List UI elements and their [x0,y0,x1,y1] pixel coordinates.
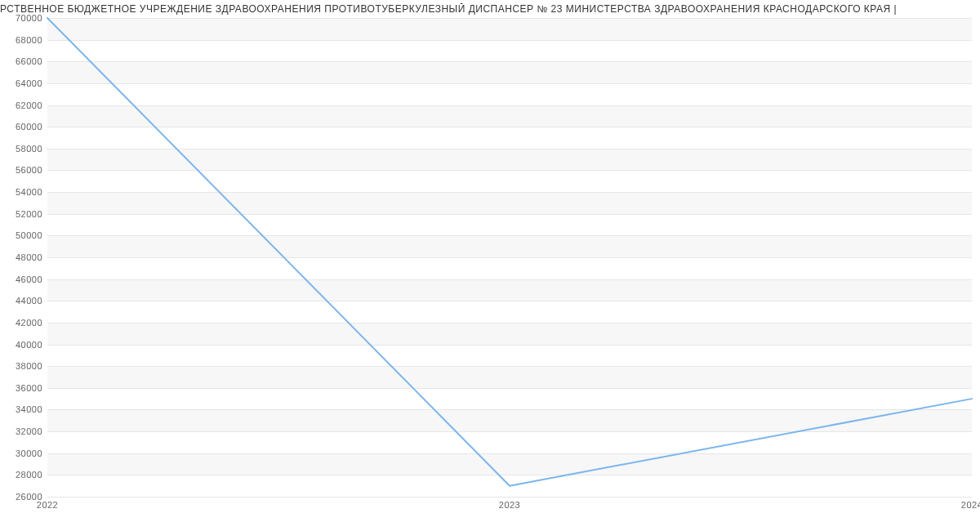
y-tick-label: 60000 [3,122,42,132]
y-gridline [47,497,972,498]
y-tick-label: 44000 [3,296,42,306]
x-tick-label: 2022 [37,500,58,510]
y-tick-label: 58000 [3,144,42,154]
plot-area [47,18,972,497]
y-tick-label: 56000 [3,165,42,175]
y-tick-label: 46000 [3,274,42,284]
x-tick-label: 2023 [499,500,520,510]
y-tick-label: 62000 [3,100,42,110]
chart-title: РСТВЕННОЕ БЮДЖЕТНОЕ УЧРЕЖДЕНИЕ ЗДРАВООХР… [0,3,980,15]
y-tick-label: 48000 [3,252,42,262]
y-tick-label: 36000 [3,383,42,393]
y-tick-label: 66000 [3,56,42,66]
y-tick-label: 38000 [3,361,42,371]
chart-container: РСТВЕННОЕ БЮДЖЕТНОЕ УЧРЕЖДЕНИЕ ЗДРАВООХР… [0,0,980,531]
line-series [47,18,972,497]
y-tick-label: 28000 [3,470,42,480]
y-tick-label: 52000 [3,209,42,219]
y-tick-label: 68000 [3,35,42,45]
y-tick-label: 42000 [3,318,42,328]
y-tick-label: 34000 [3,404,42,414]
y-tick-label: 50000 [3,230,42,240]
y-tick-label: 70000 [3,13,42,23]
y-tick-label: 30000 [3,448,42,458]
y-tick-label: 40000 [3,340,42,350]
series-path [47,18,972,486]
y-tick-label: 64000 [3,78,42,88]
x-tick-label: 2024 [961,500,980,510]
y-tick-label: 32000 [3,426,42,436]
y-tick-label: 54000 [3,187,42,197]
